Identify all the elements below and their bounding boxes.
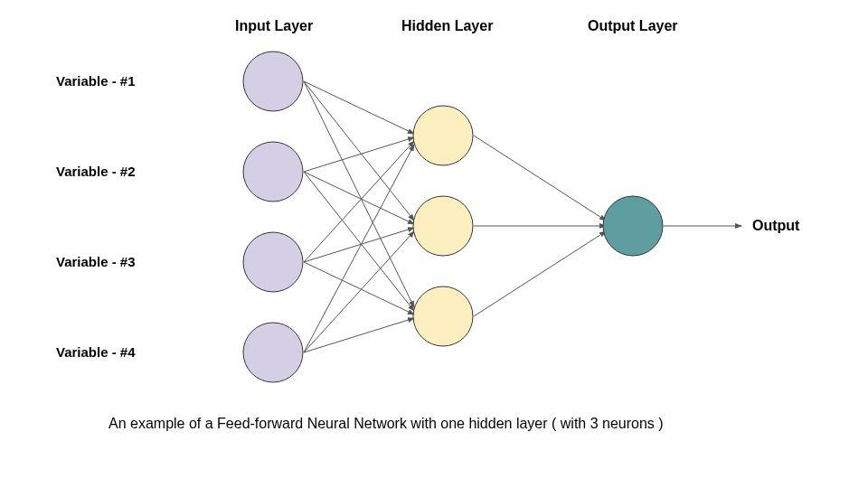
hidden-node-3 [413,286,473,346]
input-node-1 [243,52,303,111]
variable-1-label: Variable - #1 [56,73,136,89]
svg-line-1 [304,81,414,134]
input-layer-label: Input Layer [235,18,313,34]
output-layer-label: Output Layer [588,18,678,34]
input-node-3 [243,232,303,292]
svg-line-9 [304,262,414,314]
edges-hidden-output [474,136,606,316]
hidden-node-2 [413,196,473,256]
svg-line-4 [304,137,414,172]
svg-line-3 [304,81,414,307]
svg-line-2 [304,81,414,221]
variable-3-label: Variable - #3 [56,254,136,269]
input-node-4 [243,323,303,382]
svg-line-11 [304,231,414,352]
svg-line-10 [304,145,414,352]
svg-line-5 [304,172,414,224]
hidden-layer-label: Hidden Layer [401,18,493,34]
output-node [603,196,663,256]
diagram-caption: An example of a Feed-forward Neural Netw… [108,416,664,432]
svg-line-7 [304,141,414,262]
svg-line-12 [304,318,414,352]
edges-input-hidden [304,81,414,352]
output-text-label: Output [752,218,799,234]
hidden-node-1 [413,106,473,165]
svg-line-15 [474,231,606,316]
input-node-2 [243,142,303,202]
svg-line-6 [304,172,414,311]
svg-line-13 [474,136,606,221]
svg-line-8 [304,228,414,262]
variable-2-label: Variable - #2 [56,164,136,179]
variable-4-label: Variable - #4 [56,344,136,360]
